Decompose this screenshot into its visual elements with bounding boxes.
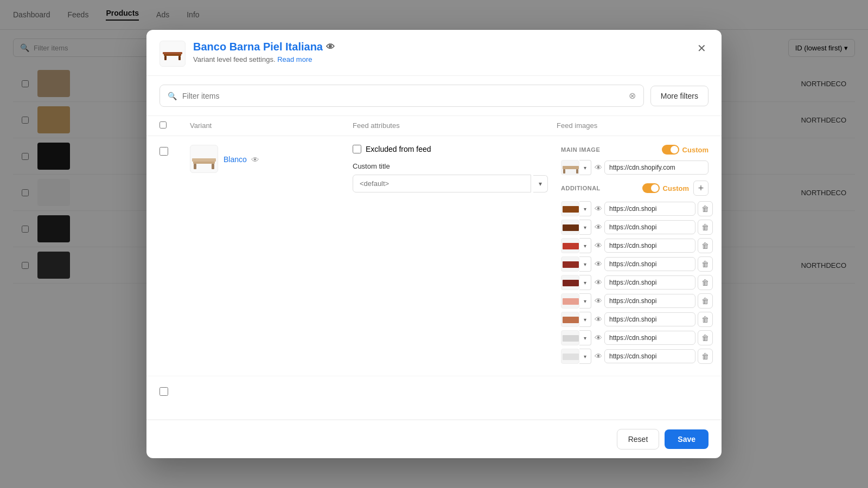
additional-url-input-9[interactable] [604, 349, 695, 363]
variant-name: Blanco 👁 [224, 154, 259, 164]
additional-url-input-8[interactable] [604, 331, 695, 345]
additional-url-input-6[interactable] [604, 294, 695, 308]
variant2-checkbox[interactable] [159, 387, 168, 396]
delete-image-9[interactable]: 🗑 [698, 349, 713, 364]
additional-url-input-3[interactable] [604, 239, 695, 253]
additional-eye-1[interactable]: 👁 [595, 204, 602, 213]
additional-eye-3[interactable]: 👁 [595, 241, 602, 250]
variant-checkbox[interactable] [159, 147, 168, 156]
main-image-thumb [561, 160, 579, 175]
delete-image-6[interactable]: 🗑 [698, 293, 713, 309]
main-image-toggle[interactable] [662, 145, 679, 155]
trash-icon-2: 🗑 [701, 223, 709, 232]
modal-title: Banco Barna Piel Italiana 👁 [193, 41, 335, 53]
delete-image-4[interactable]: 🗑 [698, 256, 713, 272]
image-thumb-wrapper: ▾ [561, 256, 591, 272]
variant-thumb-svg [190, 145, 218, 172]
svg-rect-17 [563, 317, 579, 323]
modal-content: Blanco 👁 Excluded from feed Custom title [146, 136, 722, 420]
modal-title-area: Banco Barna Piel Italiana 👁 Variant leve… [193, 41, 335, 63]
additional-url-input-5[interactable] [604, 275, 695, 290]
additional-url-row-6: 👁 🗑 [595, 293, 713, 309]
additional-thumb-9 [561, 349, 579, 364]
additional-dropdown-7[interactable]: ▾ [579, 312, 591, 327]
main-image-eye[interactable]: 👁 [595, 163, 602, 172]
additional-url-input-4[interactable] [604, 257, 695, 271]
image-thumb-wrapper: ▾ [561, 349, 591, 364]
delete-image-5[interactable]: 🗑 [698, 275, 713, 290]
main-image-url-input[interactable] [604, 160, 709, 175]
additional-dropdown-8[interactable]: ▾ [579, 330, 591, 345]
image-thumb-wrapper: ▾ [561, 293, 591, 309]
reset-button[interactable]: Reset [617, 429, 660, 450]
main-image-dropdown[interactable]: ▾ [579, 160, 591, 175]
eye-icon[interactable]: 👁 [326, 42, 335, 52]
product-icon-svg [162, 46, 183, 62]
additional-dropdown-9[interactable]: ▾ [579, 349, 591, 364]
excluded-from-feed: Excluded from feed [353, 145, 548, 153]
image-thumb-wrapper: ▾ [561, 330, 591, 345]
more-filters-button[interactable]: More filters [650, 86, 709, 106]
additional-image-row-4: ▾ 👁 🗑 [561, 256, 709, 272]
variant-name-link[interactable]: Blanco [224, 155, 247, 164]
additional-url-row-9: 👁 🗑 [595, 349, 713, 364]
variant-row-blanco: Blanco 👁 Excluded from feed Custom title [146, 136, 722, 376]
delete-image-3[interactable]: 🗑 [698, 238, 713, 253]
svg-rect-3 [163, 52, 182, 54]
additional-url-row-8: 👁 🗑 [595, 330, 713, 345]
read-more-link[interactable]: Read more [277, 55, 312, 63]
additional-header-right: Custom + [642, 181, 709, 196]
svg-rect-15 [563, 280, 579, 286]
trash-icon-1: 🗑 [701, 204, 709, 213]
custom-title-field[interactable] [353, 175, 531, 192]
additional-dropdown-2[interactable]: ▾ [579, 220, 591, 235]
svg-rect-19 [563, 354, 579, 360]
additional-eye-4[interactable]: 👁 [595, 260, 602, 268]
select-all-checkbox[interactable] [159, 121, 167, 129]
image-thumb-wrapper: ▾ [561, 201, 591, 216]
variant-checkbox-cell [159, 145, 190, 156]
svg-rect-10 [576, 169, 578, 174]
modal-filter-input[interactable] [182, 92, 623, 100]
save-button[interactable]: Save [665, 429, 709, 449]
additional-toggle[interactable] [642, 183, 660, 193]
svg-rect-11 [563, 206, 579, 213]
additional-thumb-1 [561, 201, 579, 216]
delete-image-8[interactable]: 🗑 [698, 330, 713, 345]
delete-image-7[interactable]: 🗑 [698, 312, 713, 327]
additional-url-input-7[interactable] [604, 312, 695, 326]
additional-image-row-5: ▾ 👁 🗑 [561, 275, 709, 290]
clear-icon[interactable]: ⊗ [629, 91, 636, 101]
variant-row-2 [146, 376, 722, 420]
thumb-svg-3 [561, 239, 579, 253]
custom-title-dropdown-btn[interactable]: ▾ [533, 175, 548, 192]
delete-image-2[interactable]: 🗑 [698, 220, 713, 235]
additional-url-input-2[interactable] [604, 220, 695, 234]
additional-eye-2[interactable]: 👁 [595, 223, 602, 232]
additional-dropdown-6[interactable]: ▾ [579, 293, 591, 309]
additional-url-row-4: 👁 🗑 [595, 256, 713, 272]
modal-overlay: Banco Barna Piel Italiana 👁 Variant leve… [0, 0, 868, 488]
svg-rect-1 [164, 56, 167, 60]
additional-custom-label: Custom [663, 184, 689, 192]
excluded-checkbox[interactable] [353, 145, 361, 153]
close-button[interactable]: ✕ [695, 41, 709, 56]
additional-eye-6[interactable]: 👁 [595, 297, 602, 305]
additional-eye-8[interactable]: 👁 [595, 333, 602, 342]
additional-url-input-1[interactable] [604, 202, 695, 216]
delete-image-1[interactable]: 🗑 [698, 201, 713, 216]
product-title-text: Banco Barna Piel Italiana [193, 41, 323, 53]
additional-dropdown-1[interactable]: ▾ [579, 201, 591, 216]
additional-eye-5[interactable]: 👁 [595, 278, 602, 287]
additional-images-container: ▾ 👁 🗑 ▾ 👁 [561, 201, 709, 364]
add-image-button[interactable]: + [693, 181, 709, 196]
additional-eye-9[interactable]: 👁 [595, 352, 602, 361]
additional-image-row-2: ▾ 👁 🗑 [561, 220, 709, 235]
additional-dropdown-3[interactable]: ▾ [579, 238, 591, 253]
additional-dropdown-4[interactable]: ▾ [579, 256, 591, 272]
variant-eye-icon[interactable]: 👁 [251, 155, 259, 164]
additional-eye-7[interactable]: 👁 [595, 315, 602, 324]
additional-dropdown-5[interactable]: ▾ [579, 275, 591, 290]
custom-title-input-row: ▾ [353, 175, 548, 192]
main-thumb-svg [561, 160, 579, 175]
